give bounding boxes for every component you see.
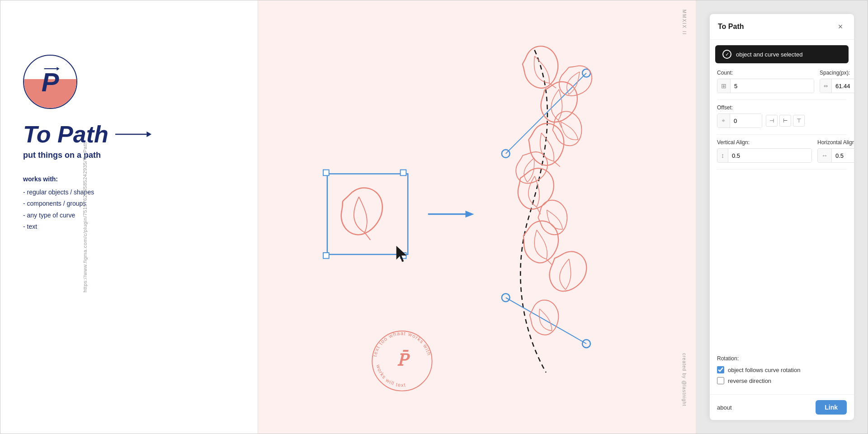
align-right-button[interactable]: ⊤ xyxy=(793,115,805,127)
horizontal-align-group: Horizontal Align ↔ xyxy=(817,139,854,163)
rotation-section: Rotation: object follows curve rotation … xyxy=(710,355,854,394)
vertical-align-label: Vertical Align: xyxy=(717,139,812,146)
svg-rect-6 xyxy=(401,170,406,176)
align-left-button[interactable]: ⊣ xyxy=(766,115,778,127)
reverse-direction-label: reverse direction xyxy=(728,377,771,384)
follows-rotation-checkbox[interactable] xyxy=(717,366,724,373)
works-with-item-4: - text xyxy=(23,221,235,232)
status-bar: ✓ object and curve selected xyxy=(715,45,849,63)
leaf-extra-1 xyxy=(554,59,597,104)
leaf-extra-3 xyxy=(511,146,552,189)
align-buttons-group: ⊣ ⊢ ⊤ xyxy=(766,115,805,127)
svg-marker-1 xyxy=(57,67,59,71)
subtitle: put things on a path xyxy=(23,151,235,160)
main-title: To Path xyxy=(23,123,108,146)
form-section: Count: ⊞ Spacing(px): ⇔ 🔗 xyxy=(710,63,854,355)
count-spacing-row: Count: ⊞ Spacing(px): ⇔ 🔗 xyxy=(717,70,847,93)
panel-header: To Path × xyxy=(710,14,854,40)
works-with-item-1: - regular objects / shapes xyxy=(23,187,235,198)
vertical-align-input[interactable] xyxy=(728,149,811,162)
rotation-label: Rotation: xyxy=(717,355,847,362)
count-input[interactable] xyxy=(731,79,814,93)
checkbox-row-1: object follows curve rotation xyxy=(717,366,847,373)
leaf-object xyxy=(341,188,382,240)
align-row: Vertical Align: ↕ Horizontal Align ↔ xyxy=(717,139,847,163)
divider-2 xyxy=(717,134,847,135)
center-panel: MMXIX II created by @lastnight xyxy=(258,0,696,434)
reverse-direction-checkbox[interactable] xyxy=(717,377,724,384)
count-grid-icon: ⊞ xyxy=(717,79,731,93)
svg-point-17 xyxy=(582,340,590,348)
works-with-section: works with: - regular objects / shapes -… xyxy=(23,174,235,232)
count-label: Count: xyxy=(717,70,814,76)
svg-line-16 xyxy=(506,297,586,344)
spacing-group: Spacing(px): ⇔ 🔗 xyxy=(820,70,854,93)
leaf-path-4 xyxy=(516,167,555,215)
svg-rect-5 xyxy=(323,170,329,176)
link-button[interactable]: Link xyxy=(816,400,847,415)
horizontal-align-input[interactable] xyxy=(832,149,854,162)
spacing-input-row: ⇔ xyxy=(820,79,854,93)
checkbox-row-2: reverse direction xyxy=(717,377,847,384)
svg-marker-11 xyxy=(466,211,474,217)
svg-rect-7 xyxy=(323,253,329,259)
works-with-item-3: - any type of curve xyxy=(23,210,235,221)
horizontal-align-icon: ↔ xyxy=(818,149,832,162)
panel-footer: about Link xyxy=(710,394,854,420)
center-arrow-icon xyxy=(428,211,474,217)
offset-input-row: ⫩ xyxy=(717,113,762,128)
svg-text:P̄: P̄ xyxy=(396,349,410,369)
vertical-align-group: Vertical Align: ↕ xyxy=(717,139,812,163)
title-arrow-icon xyxy=(115,129,151,140)
about-text: about xyxy=(717,404,732,411)
bottom-logo: P̄ text too whaat works with works will … xyxy=(372,330,432,391)
align-center-button[interactable]: ⊢ xyxy=(779,115,791,127)
horizontal-align-input-row: ↔ xyxy=(817,148,854,163)
divider-1 xyxy=(717,99,847,100)
follows-rotation-label: object follows curve rotation xyxy=(728,367,800,373)
offset-label: Offset: xyxy=(717,104,847,111)
panel-title: To Path xyxy=(718,23,744,31)
vertical-url: https://www.figma.com/c/plugin/751576264… xyxy=(82,142,88,292)
spacing-icon: ⇔ xyxy=(820,79,832,93)
illustration-svg: P̄ text too whaat works with works will … xyxy=(258,0,696,434)
works-with-item-2: - components / groups xyxy=(23,198,235,209)
status-text: object and curve selected xyxy=(736,51,802,58)
close-button[interactable]: × xyxy=(835,21,846,32)
app-container: https://www.figma.com/c/plugin/751576264… xyxy=(0,0,868,434)
status-check-icon: ✓ xyxy=(722,50,731,59)
spacing-input[interactable] xyxy=(832,79,854,93)
svg-rect-4 xyxy=(327,174,408,254)
leaf-extra-6 xyxy=(525,297,564,339)
divider-3 xyxy=(717,169,847,170)
spacing-label: Spacing(px): xyxy=(820,70,854,76)
offset-input[interactable] xyxy=(730,114,762,127)
works-with-heading: works with: xyxy=(23,174,235,185)
offset-group: Offset: ⫩ ⊣ ⊢ ⊤ xyxy=(717,104,847,128)
horizontal-align-label: Horizontal Align xyxy=(817,139,854,146)
left-panel: https://www.figma.com/c/plugin/751576264… xyxy=(0,0,258,434)
count-input-row: ⊞ xyxy=(717,79,814,93)
canvas-area: P̄ text too whaat works with works will … xyxy=(258,0,696,434)
leaf-extra-5 xyxy=(546,247,590,296)
plugin-panel: To Path × ✓ object and curve selected Co… xyxy=(709,14,854,420)
vertical-align-input-row: ↕ xyxy=(717,148,812,163)
svg-line-15 xyxy=(506,73,586,154)
vertical-align-icon: ↕ xyxy=(717,149,728,162)
count-group: Count: ⊞ xyxy=(717,70,814,93)
logo-circle: P xyxy=(23,55,77,109)
offset-icon: ⫩ xyxy=(717,114,730,127)
svg-marker-3 xyxy=(146,132,151,137)
title-section: To Path xyxy=(23,123,235,146)
